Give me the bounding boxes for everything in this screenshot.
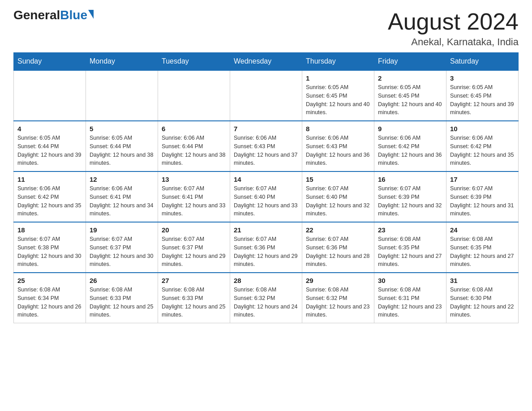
day-number: 14 [234, 176, 298, 183]
calendar-cell: 23Sunrise: 6:08 AM Sunset: 6:35 PM Dayli… [374, 222, 446, 273]
day-info: Sunrise: 6:06 AM Sunset: 6:42 PM Dayligh… [378, 134, 442, 167]
day-number: 8 [306, 125, 370, 133]
day-info: Sunrise: 6:08 AM Sunset: 6:30 PM Dayligh… [450, 286, 515, 319]
calendar-cell: 27Sunrise: 6:08 AM Sunset: 6:33 PM Dayli… [158, 273, 230, 323]
calendar-cell: 13Sunrise: 6:07 AM Sunset: 6:41 PM Dayli… [158, 171, 230, 222]
day-number: 15 [306, 176, 370, 183]
day-info: Sunrise: 6:07 AM Sunset: 6:39 PM Dayligh… [450, 184, 515, 218]
day-info: Sunrise: 6:06 AM Sunset: 6:44 PM Dayligh… [162, 134, 226, 167]
day-info: Sunrise: 6:07 AM Sunset: 6:39 PM Dayligh… [378, 184, 442, 218]
calendar-cell [158, 70, 230, 121]
day-info: Sunrise: 6:07 AM Sunset: 6:40 PM Dayligh… [234, 184, 298, 218]
day-number: 20 [162, 226, 226, 234]
day-number: 26 [90, 277, 154, 284]
calendar-header-saturday: Saturday [446, 53, 519, 71]
calendar-cell: 8Sunrise: 6:06 AM Sunset: 6:43 PM Daylig… [302, 121, 374, 171]
calendar-week-row: 11Sunrise: 6:06 AM Sunset: 6:42 PM Dayli… [14, 171, 519, 222]
calendar-cell: 12Sunrise: 6:06 AM Sunset: 6:41 PM Dayli… [86, 171, 158, 222]
calendar-week-row: 4Sunrise: 6:05 AM Sunset: 6:44 PM Daylig… [14, 121, 519, 171]
day-info: Sunrise: 6:07 AM Sunset: 6:37 PM Dayligh… [90, 235, 154, 269]
calendar-week-row: 1Sunrise: 6:05 AM Sunset: 6:45 PM Daylig… [14, 70, 519, 121]
day-number: 27 [162, 277, 226, 284]
calendar-cell [14, 70, 86, 121]
day-info: Sunrise: 6:07 AM Sunset: 6:40 PM Dayligh… [306, 184, 370, 218]
calendar-cell: 18Sunrise: 6:07 AM Sunset: 6:38 PM Dayli… [14, 222, 86, 273]
day-info: Sunrise: 6:05 AM Sunset: 6:44 PM Dayligh… [90, 134, 154, 167]
day-number: 1 [306, 74, 370, 82]
logo: General Blue [13, 9, 94, 21]
calendar-header-monday: Monday [86, 53, 158, 71]
calendar-cell: 1Sunrise: 6:05 AM Sunset: 6:45 PM Daylig… [302, 70, 374, 121]
calendar-header-row: SundayMondayTuesdayWednesdayThursdayFrid… [14, 53, 519, 71]
calendar-cell: 30Sunrise: 6:08 AM Sunset: 6:31 PM Dayli… [374, 273, 446, 323]
calendar-week-row: 25Sunrise: 6:08 AM Sunset: 6:34 PM Dayli… [14, 273, 519, 323]
day-info: Sunrise: 6:08 AM Sunset: 6:35 PM Dayligh… [378, 235, 442, 269]
calendar-cell: 10Sunrise: 6:06 AM Sunset: 6:42 PM Dayli… [446, 121, 519, 171]
day-number: 22 [306, 226, 370, 234]
day-info: Sunrise: 6:08 AM Sunset: 6:33 PM Dayligh… [162, 286, 226, 319]
day-number: 31 [450, 277, 515, 284]
calendar-header-sunday: Sunday [14, 53, 86, 71]
calendar-cell [230, 70, 302, 121]
calendar-cell: 26Sunrise: 6:08 AM Sunset: 6:33 PM Dayli… [86, 273, 158, 323]
location: Anekal, Karnataka, India [388, 36, 519, 48]
day-info: Sunrise: 6:05 AM Sunset: 6:45 PM Dayligh… [378, 83, 442, 117]
day-info: Sunrise: 6:07 AM Sunset: 6:36 PM Dayligh… [234, 235, 298, 269]
calendar-cell: 6Sunrise: 6:06 AM Sunset: 6:44 PM Daylig… [158, 121, 230, 171]
logo-triangle-icon [88, 10, 94, 19]
day-number: 10 [450, 125, 515, 133]
day-number: 29 [306, 277, 370, 284]
page: General Blue August 2024 Anekal, Karnata… [0, 0, 532, 337]
calendar-header-thursday: Thursday [302, 53, 374, 71]
day-number: 2 [378, 74, 442, 82]
day-info: Sunrise: 6:06 AM Sunset: 6:42 PM Dayligh… [17, 184, 82, 218]
title-section: August 2024 Anekal, Karnataka, India [388, 9, 519, 48]
calendar-cell: 2Sunrise: 6:05 AM Sunset: 6:45 PM Daylig… [374, 70, 446, 121]
day-number: 30 [378, 277, 442, 284]
header: General Blue August 2024 Anekal, Karnata… [13, 9, 519, 48]
day-info: Sunrise: 6:05 AM Sunset: 6:45 PM Dayligh… [306, 83, 370, 117]
logo-blue-word: Blue [60, 9, 87, 21]
calendar-cell: 5Sunrise: 6:05 AM Sunset: 6:44 PM Daylig… [86, 121, 158, 171]
day-info: Sunrise: 6:07 AM Sunset: 6:41 PM Dayligh… [162, 184, 226, 218]
calendar-week-row: 18Sunrise: 6:07 AM Sunset: 6:38 PM Dayli… [14, 222, 519, 273]
logo-general: General [13, 9, 60, 21]
calendar-cell: 20Sunrise: 6:07 AM Sunset: 6:37 PM Dayli… [158, 222, 230, 273]
day-number: 9 [378, 125, 442, 133]
calendar-cell: 17Sunrise: 6:07 AM Sunset: 6:39 PM Dayli… [446, 171, 519, 222]
calendar-cell: 9Sunrise: 6:06 AM Sunset: 6:42 PM Daylig… [374, 121, 446, 171]
calendar-cell: 3Sunrise: 6:05 AM Sunset: 6:45 PM Daylig… [446, 70, 519, 121]
calendar-cell: 29Sunrise: 6:08 AM Sunset: 6:32 PM Dayli… [302, 273, 374, 323]
calendar-cell: 31Sunrise: 6:08 AM Sunset: 6:30 PM Dayli… [446, 273, 519, 323]
day-info: Sunrise: 6:07 AM Sunset: 6:36 PM Dayligh… [306, 235, 370, 269]
day-info: Sunrise: 6:07 AM Sunset: 6:38 PM Dayligh… [17, 235, 82, 269]
day-number: 11 [17, 176, 82, 183]
day-info: Sunrise: 6:08 AM Sunset: 6:34 PM Dayligh… [17, 286, 82, 319]
day-info: Sunrise: 6:05 AM Sunset: 6:45 PM Dayligh… [450, 83, 515, 117]
calendar-cell: 21Sunrise: 6:07 AM Sunset: 6:36 PM Dayli… [230, 222, 302, 273]
logo-blue-container: Blue [60, 9, 94, 21]
calendar-cell: 19Sunrise: 6:07 AM Sunset: 6:37 PM Dayli… [86, 222, 158, 273]
calendar-cell: 16Sunrise: 6:07 AM Sunset: 6:39 PM Dayli… [374, 171, 446, 222]
day-info: Sunrise: 6:08 AM Sunset: 6:33 PM Dayligh… [90, 286, 154, 319]
day-number: 21 [234, 226, 298, 234]
calendar-header-friday: Friday [374, 53, 446, 71]
day-number: 19 [90, 226, 154, 234]
calendar-cell: 25Sunrise: 6:08 AM Sunset: 6:34 PM Dayli… [14, 273, 86, 323]
calendar-cell: 24Sunrise: 6:08 AM Sunset: 6:35 PM Dayli… [446, 222, 519, 273]
logo-text: General Blue [13, 9, 94, 21]
day-number: 12 [90, 176, 154, 183]
calendar-header-tuesday: Tuesday [158, 53, 230, 71]
day-number: 4 [17, 125, 82, 133]
calendar-cell: 14Sunrise: 6:07 AM Sunset: 6:40 PM Dayli… [230, 171, 302, 222]
day-info: Sunrise: 6:08 AM Sunset: 6:32 PM Dayligh… [306, 286, 370, 319]
day-info: Sunrise: 6:06 AM Sunset: 6:42 PM Dayligh… [450, 134, 515, 167]
calendar-table: SundayMondayTuesdayWednesdayThursdayFrid… [13, 52, 519, 323]
day-info: Sunrise: 6:08 AM Sunset: 6:35 PM Dayligh… [450, 235, 515, 269]
day-number: 7 [234, 125, 298, 133]
day-number: 13 [162, 176, 226, 183]
day-info: Sunrise: 6:06 AM Sunset: 6:43 PM Dayligh… [234, 134, 298, 167]
calendar-cell: 15Sunrise: 6:07 AM Sunset: 6:40 PM Dayli… [302, 171, 374, 222]
day-info: Sunrise: 6:06 AM Sunset: 6:41 PM Dayligh… [90, 184, 154, 218]
day-number: 3 [450, 74, 515, 82]
